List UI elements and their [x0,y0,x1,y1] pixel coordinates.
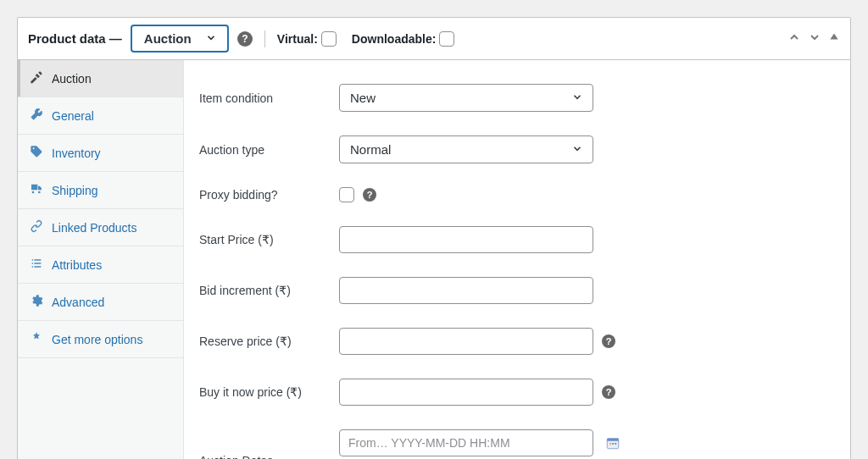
tab-label: Auction [52,72,92,86]
field-label: Auction type [199,143,339,157]
bid-increment-input[interactable] [339,277,593,304]
field-buy-now-price: Buy it now price (₹) ? [199,367,835,418]
tab-label: General [52,109,94,123]
downloadable-checkbox[interactable] [439,31,454,47]
tab-auction[interactable]: Auction [18,60,183,97]
field-label: Proxy bidding? [199,188,339,202]
product-data-panel: Product data — Auction ? Virtual: Downlo… [17,17,851,459]
downloadable-label: Downloadable: [352,32,437,46]
tab-label: Attributes [52,258,102,272]
tab-label: Shipping [52,184,98,197]
virtual-label: Virtual: [277,32,318,46]
move-down-icon[interactable] [808,30,821,47]
list-icon [30,257,43,273]
help-icon[interactable]: ? [237,31,253,47]
virtual-toggle[interactable]: Virtual: [277,31,337,47]
hammer-icon [30,70,43,86]
panel-header-controls [787,30,840,47]
auction-type-select[interactable]: Normal [339,135,593,163]
item-condition-select[interactable]: New [339,84,593,112]
tabs-sidebar: Auction General Inventory Shipping [18,60,184,459]
field-label: Item condition [199,91,339,105]
truck-icon [30,182,43,198]
tab-label: Inventory [52,147,101,160]
collapse-icon[interactable] [828,30,840,47]
reserve-price-input[interactable] [339,328,593,355]
field-proxy-bidding: Proxy bidding? ? [199,175,835,214]
panel-body: Auction General Inventory Shipping [18,60,850,459]
proxy-bidding-checkbox[interactable] [339,187,354,202]
field-label: Buy it now price (₹) [199,385,339,399]
gear-icon [30,294,43,310]
field-item-condition: Item condition New [199,72,835,124]
field-auction-type: Auction type Normal [199,124,835,175]
help-icon[interactable]: ? [363,188,376,202]
field-start-price: Start Price (₹) [199,214,835,265]
tab-content-auction: Item condition New Auction type [184,60,850,459]
tab-advanced[interactable]: Advanced [18,284,183,321]
tab-attributes[interactable]: Attributes [18,246,183,284]
tag-icon [30,145,43,161]
panel-header: Product data — Auction ? Virtual: Downlo… [18,18,850,60]
field-reserve-price: Reserve price (₹) ? [199,316,835,367]
tab-get-more-options[interactable]: Get more options [18,321,183,358]
virtual-checkbox[interactable] [321,31,337,47]
help-icon[interactable]: ? [602,335,615,348]
svg-rect-2 [607,439,619,441]
field-label: Reserve price (₹) [199,335,339,348]
tab-linked-products[interactable]: Linked Products [18,209,183,246]
tab-inventory[interactable]: Inventory [18,135,183,172]
tab-label: Linked Products [52,221,136,235]
field-auction-dates: Auction Dates [199,418,835,459]
tab-shipping[interactable]: Shipping [18,172,183,209]
field-label: Start Price (₹) [199,233,339,246]
svg-rect-5 [615,443,616,445]
svg-rect-3 [609,443,611,445]
tab-label: Advanced [52,296,104,309]
plus-icon [30,331,43,347]
downloadable-toggle[interactable]: Downloadable: [352,31,455,47]
calendar-icon[interactable] [605,435,620,451]
product-type-select-wrap: Auction [131,25,229,53]
start-price-input[interactable] [339,226,593,253]
field-bid-increment: Bid increment (₹) [199,265,835,316]
svg-marker-0 [830,34,837,40]
link-icon [30,219,43,235]
wrench-icon [30,108,43,124]
product-type-select[interactable]: Auction [131,25,229,53]
svg-rect-4 [612,443,614,445]
field-label: Auction Dates [199,454,339,459]
tab-general[interactable]: General [18,97,183,135]
buy-now-price-input[interactable] [339,379,593,406]
help-icon[interactable]: ? [602,385,615,399]
panel-title: Product data — [28,31,122,46]
divider [264,30,265,47]
move-up-icon[interactable] [787,30,801,47]
auction-date-from-input[interactable] [339,429,593,456]
field-label: Bid increment (₹) [199,284,339,297]
tab-label: Get more options [52,333,142,346]
